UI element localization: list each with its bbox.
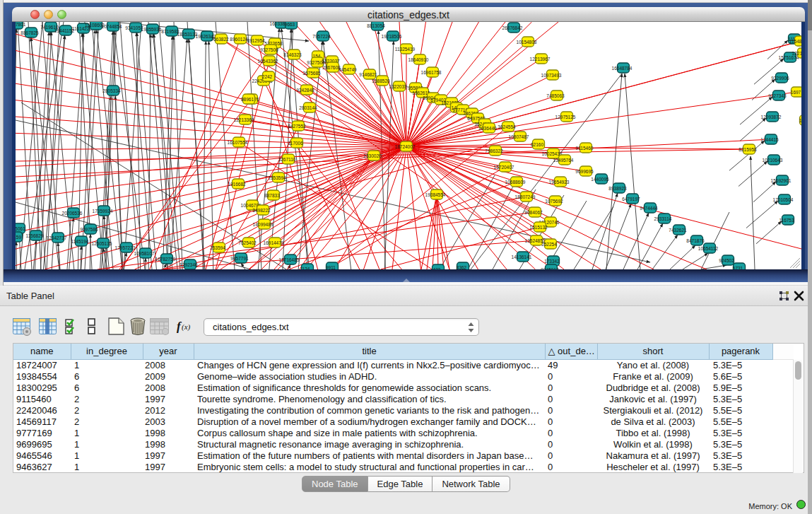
svg-text:3498222: 3498222: [252, 208, 271, 213]
svg-text:8215958: 8215958: [739, 147, 757, 152]
svg-text:8146323: 8146323: [283, 52, 302, 57]
svg-text:12213967: 12213967: [792, 51, 801, 56]
svg-text:14136141: 14136141: [512, 255, 532, 259]
svg-text:11548408: 11548408: [789, 39, 801, 44]
svg-text:10210643: 10210643: [763, 158, 783, 163]
svg-text:9097586: 9097586: [80, 227, 98, 232]
svg-text:8960124: 8960124: [230, 37, 248, 42]
svg-text:18353133: 18353133: [177, 32, 198, 37]
svg-text:1297: 1297: [799, 118, 801, 123]
svg-text:1697: 1697: [791, 90, 801, 95]
svg-text:2805334: 2805334: [102, 88, 121, 93]
svg-text:9663: 9663: [285, 22, 295, 27]
svg-text:252254: 252254: [541, 242, 557, 247]
svg-text:9457791: 9457791: [230, 256, 249, 261]
svg-text:2530020: 2530020: [363, 153, 382, 158]
svg-text:9084067: 9084067: [524, 210, 543, 215]
svg-text:10025433: 10025433: [542, 151, 563, 156]
svg-text:2036440: 2036440: [478, 126, 497, 131]
svg-text:8867825: 8867825: [20, 30, 39, 35]
svg-text:16914479: 16914479: [264, 240, 284, 245]
svg-text:19218506: 19218506: [382, 34, 402, 39]
svg-text:10958107: 10958107: [134, 251, 155, 256]
svg-text:924502: 924502: [719, 258, 734, 263]
svg-text:14099489: 14099489: [253, 222, 273, 227]
svg-text:9329906: 9329906: [771, 76, 789, 81]
svg-text:9699695: 9699695: [575, 169, 594, 174]
svg-text:173342: 173342: [544, 259, 560, 264]
svg-text:7957224: 7957224: [312, 34, 331, 39]
svg-text:12505135: 12505135: [92, 241, 112, 246]
svg-text:1615132: 1615132: [529, 225, 548, 230]
svg-text:6479197: 6479197: [622, 197, 640, 201]
svg-text:19654923: 19654923: [549, 180, 570, 185]
svg-text:835061: 835061: [16, 226, 25, 231]
svg-text:1322037: 1322037: [389, 84, 407, 89]
svg-text:13495764: 13495764: [553, 158, 574, 163]
svg-text:16782759: 16782759: [155, 257, 176, 262]
svg-text:7432621: 7432621: [669, 228, 687, 233]
svg-text:20206536: 20206536: [62, 211, 83, 216]
svg-text:2867608: 2867608: [322, 65, 341, 70]
svg-text:8454749: 8454749: [339, 67, 357, 72]
svg-text:1145194: 1145194: [71, 239, 89, 244]
svg-text:12093872: 12093872: [761, 115, 782, 119]
svg-text:98961: 98961: [241, 97, 254, 102]
svg-text:2803144: 2803144: [299, 105, 317, 110]
svg-text:10154808: 10154808: [517, 40, 537, 45]
svg-text:9115460: 9115460: [576, 146, 594, 151]
svg-text:15720407: 15720407: [494, 165, 514, 170]
svg-text:9242848: 9242848: [296, 88, 314, 93]
svg-text:3624554: 3624554: [498, 124, 516, 129]
svg-text:16107554: 16107554: [228, 140, 248, 145]
svg-text:8471876: 8471876: [686, 238, 705, 243]
svg-text:10688609: 10688609: [505, 180, 526, 185]
svg-text:10654112: 10654112: [698, 246, 719, 251]
svg-text:16543362: 16543362: [258, 59, 278, 64]
svg-text:7986322: 7986322: [485, 148, 503, 153]
svg-text:15751674: 15751674: [779, 55, 799, 60]
svg-text:10744854: 10744854: [102, 24, 122, 29]
svg-text:10973493: 10973493: [541, 73, 562, 78]
svg-text:1244415: 1244415: [760, 137, 779, 142]
svg-text:8912954: 8912954: [247, 38, 265, 43]
svg-text:253594: 253594: [210, 245, 225, 250]
svg-text:17359924: 17359924: [93, 209, 113, 214]
svg-text:9146821: 9146821: [359, 72, 377, 77]
svg-text:12213967: 12213967: [530, 57, 551, 62]
svg-text:10807487: 10807487: [509, 134, 529, 139]
svg-text:18724007: 18724007: [395, 144, 416, 149]
svg-text:39159: 39159: [16, 235, 21, 240]
svg-text:(x): (x): [182, 322, 191, 332]
svg-text:19355936: 19355936: [141, 27, 162, 32]
svg-text:7485063: 7485063: [546, 93, 565, 98]
svg-text:62160: 62160: [531, 142, 543, 147]
svg-text:9327500: 9327500: [260, 47, 278, 52]
svg-text:11325419: 11325419: [395, 47, 416, 52]
svg-text:26876842: 26876842: [502, 25, 523, 30]
svg-text:8813054: 8813054: [367, 23, 385, 28]
svg-text:1353594: 1353594: [268, 175, 286, 180]
svg-text:15692901: 15692901: [771, 178, 792, 183]
svg-text:1292346: 1292346: [180, 262, 198, 267]
svg-text:16648784: 16648784: [612, 66, 632, 71]
svg-text:12975125: 12975125: [555, 115, 576, 119]
svg-text:17957223: 17957223: [115, 245, 136, 250]
svg-text:7625402: 7625402: [238, 240, 257, 245]
svg-text:1440095: 1440095: [591, 177, 609, 182]
svg-text:1588520: 1588520: [372, 78, 390, 83]
svg-text:12213369: 12213369: [234, 117, 254, 122]
svg-text:1075692: 1075692: [545, 199, 563, 204]
svg-text:116753: 116753: [779, 218, 794, 223]
svg-text:2242: 2242: [262, 74, 273, 79]
svg-text:18640910: 18640910: [408, 57, 429, 62]
svg-text:18807249: 18807249: [515, 194, 536, 199]
svg-text:8427552: 8427552: [288, 124, 306, 129]
svg-text:15716485: 15716485: [279, 257, 300, 262]
svg-text:887833: 887833: [264, 193, 280, 198]
svg-text:8938923: 8938923: [608, 186, 627, 191]
svg-text:19384554: 19384554: [425, 192, 446, 197]
svg-text:1156829: 1156829: [26, 233, 44, 238]
svg-text:1916682: 1916682: [228, 182, 246, 187]
svg-text:3267110: 3267110: [278, 157, 296, 162]
